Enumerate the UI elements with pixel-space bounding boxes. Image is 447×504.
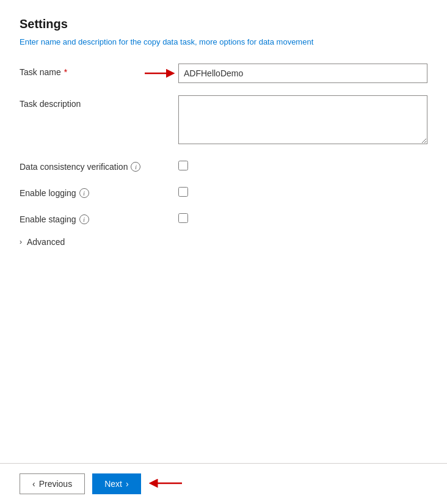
- task-name-arrow-indicator: [145, 67, 175, 79]
- data-consistency-info-icon[interactable]: i: [131, 162, 140, 172]
- advanced-label: Advanced: [27, 237, 65, 247]
- enable-staging-label: Enable staging i: [20, 211, 178, 224]
- page-title: Settings: [20, 17, 427, 31]
- footer: ‹ Previous Next ›: [0, 463, 447, 504]
- enable-logging-label: Enable logging i: [20, 184, 178, 198]
- task-description-label: Task description: [20, 95, 178, 109]
- advanced-chevron-icon: ›: [20, 238, 22, 246]
- previous-button-label: Previous: [39, 479, 72, 489]
- task-description-input[interactable]: [178, 95, 427, 144]
- page-container: Settings Enter name and description for …: [0, 0, 447, 504]
- data-consistency-row: Data consistency verification i: [20, 158, 427, 172]
- previous-button[interactable]: ‹ Previous: [20, 473, 85, 494]
- enable-logging-checkbox-wrapper: [178, 184, 427, 199]
- advanced-row[interactable]: › Advanced: [20, 237, 427, 247]
- task-description-row: Task description: [20, 95, 427, 146]
- task-name-wrapper: [178, 64, 427, 83]
- next-arrow-indicator: [148, 477, 185, 492]
- main-content: Settings Enter name and description for …: [0, 0, 447, 463]
- next-chevron-icon: ›: [126, 479, 129, 489]
- page-subtitle: Enter name and description for the copy …: [20, 37, 427, 46]
- enable-logging-info-icon[interactable]: i: [79, 188, 89, 198]
- enable-staging-row: Enable staging i: [20, 211, 427, 225]
- enable-staging-info-icon[interactable]: i: [79, 214, 89, 224]
- enable-staging-checkbox-wrapper: [178, 211, 427, 225]
- enable-staging-checkbox[interactable]: [178, 213, 188, 223]
- required-star: *: [64, 67, 67, 77]
- previous-chevron-icon: ‹: [32, 479, 35, 489]
- task-description-wrapper: [178, 95, 427, 146]
- data-consistency-checkbox-wrapper: [178, 158, 427, 172]
- data-consistency-checkbox[interactable]: [178, 161, 188, 170]
- task-name-row: Task name *: [20, 64, 427, 83]
- next-button-label: Next: [104, 479, 122, 489]
- arrow-svg: [145, 67, 175, 79]
- task-name-input[interactable]: [178, 64, 427, 83]
- next-arrow-svg: [148, 477, 185, 490]
- data-consistency-label: Data consistency verification i: [20, 158, 178, 172]
- enable-logging-row: Enable logging i: [20, 184, 427, 199]
- enable-logging-checkbox[interactable]: [178, 187, 188, 197]
- next-button[interactable]: Next ›: [92, 473, 140, 494]
